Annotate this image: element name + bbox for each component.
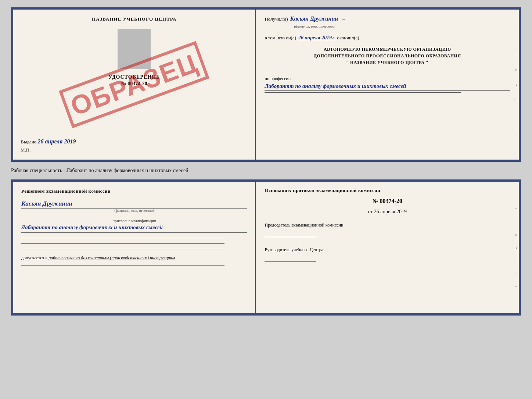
protocol-number: № 00374-20	[265, 198, 510, 204]
komissia-header: Решением экзаменационной комиссии	[21, 188, 247, 194]
caption: Рабочая специальность - Лаборант по анал…	[11, 167, 521, 174]
qualification-text: Лаборантт по анализу формовочных и шихто…	[21, 223, 247, 233]
poluchil-name: Касьян Дружинин	[290, 15, 338, 22]
udostoverenie-label: УДОСТОВЕРЕНИЕ	[108, 74, 160, 80]
photo-placeholder	[118, 29, 151, 69]
page-wrapper: НАЗВАНИЕ УЧЕБНОГО ЦЕНТРА УДОСТОВЕРЕНИЕ №…	[0, 0, 532, 399]
profession-label: по профессии	[265, 76, 510, 82]
nomer-label: № 00374-20	[121, 81, 147, 87]
vydano-date: 26 апреля 2019	[38, 138, 76, 145]
prisvoena-label: присвоена квалификация	[21, 218, 247, 223]
predsedatel-sign-line	[265, 230, 316, 237]
bottom-right-margin: – – – и а ← – – –	[508, 182, 519, 313]
familiya-subtitle: (фамилия, имя, отчество)	[294, 24, 510, 28]
top-doc-right: Получил(а) Касьян Дружинин – (фамилия, и…	[256, 10, 519, 160]
profession-section: по профессии Лаборантт по анализу формов…	[265, 74, 510, 93]
rukovoditel-block: Руководитель учебного Центра	[265, 247, 510, 263]
okonchil-label: окончил(а)	[337, 35, 359, 41]
bottom-doc-left: Решением экзаменационной комиссии Касьян…	[13, 182, 256, 313]
ot-label: от	[368, 209, 373, 214]
formal-line1: АВТОНОМНУЮ НЕКОММЕРЧЕСКУЮ ОРГАНИЗАЦИЮ	[265, 46, 510, 53]
vtom-date: 26 апреля 2019г.	[298, 35, 335, 41]
vtom-row: в том, что он(а) 26 апреля 2019г. окончи…	[265, 35, 510, 41]
vydano-label: Выдано	[21, 139, 36, 145]
vydano-line: Выдано 26 апреля 2019	[21, 138, 248, 145]
mp-line: М.П.	[21, 147, 248, 153]
top-document: НАЗВАНИЕ УЧЕБНОГО ЦЕНТРА УДОСТОВЕРЕНИЕ №…	[11, 7, 521, 162]
predsedatel-block: Председатель экзаменационной комиссии	[265, 222, 510, 239]
top-doc-left: НАЗВАНИЕ УЧЕБНОГО ЦЕНТРА УДОСТОВЕРЕНИЕ №…	[13, 10, 256, 160]
rukovoditel-title: Руководитель учебного Центра	[265, 247, 510, 253]
formal-line2: ДОПОЛНИТЕЛЬНОГО ПРОФЕССИОНАЛЬНОГО ОБРАЗО…	[265, 53, 510, 59]
predsedatel-title: Председатель экзаменационной комиссии	[265, 222, 510, 228]
right-margin-lines: – – – и а ← – – –	[508, 10, 519, 160]
dopuskaetsya-text: работе согласно должностным (производств…	[48, 255, 175, 260]
vtom-label: в том, что он(а)	[265, 35, 296, 41]
top-left-title: НАЗВАНИЕ УЧЕБНОГО ЦЕНТРА	[92, 16, 177, 22]
formal-line3: " НАЗВАНИЕ УЧЕБНОГО ЦЕНТРА "	[265, 59, 510, 66]
formal-text-block: АВТОНОМНУЮ НЕКОММЕРЧЕСКУЮ ОРГАНИЗАЦИЮ ДО…	[265, 46, 510, 66]
bottom-doc-right: Основание: протокол экзаменационной коми…	[256, 182, 519, 313]
rukovoditel-sign-line	[265, 254, 316, 262]
profession-text: Лаборантт по анализу формовочных и шихто…	[265, 82, 510, 91]
dopuskaetsya-label: допускается к	[21, 255, 47, 260]
poluchil-label: Получил(а)	[265, 16, 288, 22]
poluchil-row: Получил(а) Касьян Дружинин –	[265, 15, 510, 22]
osnovanie-text: Основание: протокол экзаменационной коми…	[265, 188, 510, 193]
bottom-document: Решением экзаменационной комиссии Касьян…	[11, 179, 521, 316]
protocol-date: от 26 апреля 2019	[265, 209, 510, 215]
dopuskaetsya-block: допускается к работе согласно должностны…	[21, 255, 247, 261]
bottom-familiya-label: (фамилия, имя, отчество)	[21, 209, 247, 213]
name-block: Касьян Дружинин (фамилия, имя, отчество)	[21, 200, 247, 213]
bottom-name: Касьян Дружинин	[21, 200, 72, 207]
protocol-date-value: 26 апреля 2019	[374, 209, 407, 214]
qualification-block: присвоена квалификация Лаборантт по анал…	[21, 218, 247, 233]
